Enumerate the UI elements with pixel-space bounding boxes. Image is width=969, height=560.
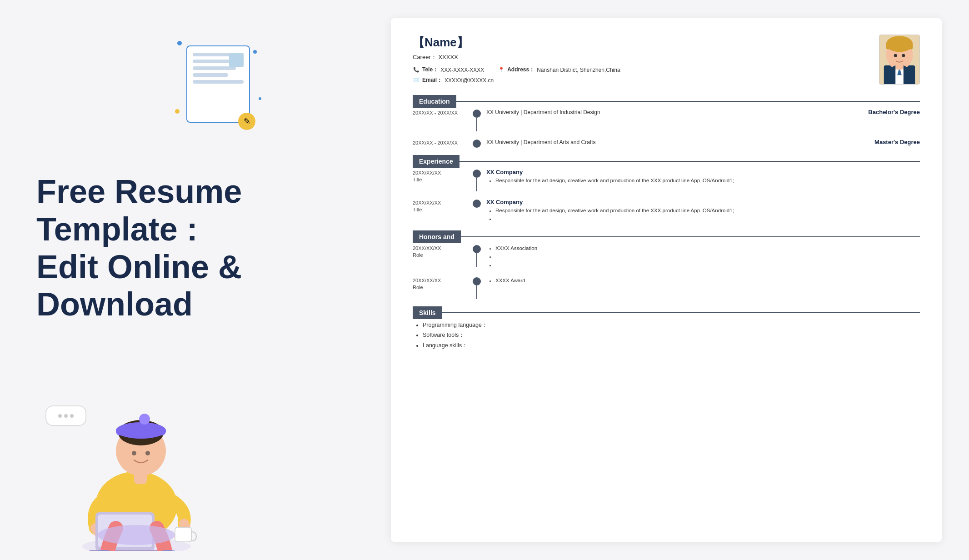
skills-divider-line	[442, 312, 920, 313]
honors-divider-line	[461, 236, 920, 237]
exp-dot-wrapper-2	[473, 199, 481, 208]
resume-contact-row1: 📞 Tele： XXX-XXXX-XXXX 📍 Address： Nanshan…	[413, 66, 620, 74]
edu-institution-1: XX University | Department of Industrial…	[486, 109, 600, 115]
svg-point-26	[894, 54, 897, 57]
deco-dot-yellow-1	[175, 109, 180, 114]
person-svg	[36, 378, 227, 551]
honors-content-2: XXXX Award	[486, 276, 920, 285]
honors-dot-wrapper-1	[473, 244, 481, 267]
main-title: Free Resume Template : Edit Online & Dow…	[36, 173, 364, 323]
svg-rect-10	[134, 473, 147, 484]
exp-bullet-2-1: Responsible for the art design, creative…	[495, 206, 920, 215]
deco-dot-blue-2	[253, 50, 257, 54]
resume-line-5	[193, 80, 244, 84]
skills-section: Skills Programming language： Software to…	[413, 306, 920, 351]
address-label: Address：	[507, 66, 534, 74]
location-icon: 📍	[498, 66, 505, 74]
exp-bullets-1: Responsible for the art design, creative…	[486, 176, 920, 185]
honors-date-2: 20XX/XX/XX Role	[413, 276, 467, 291]
deco-dot-blue-1	[177, 41, 182, 45]
resume-icon-decoration: ✎	[173, 36, 264, 127]
edu-dot-1	[473, 110, 481, 118]
edu-date-2: 20XX/XX - 20XX/XX	[413, 139, 467, 146]
honors-header-row: Honors and	[413, 230, 920, 243]
tele-label: Tele：	[422, 66, 438, 74]
exp-bullet-2-2	[495, 215, 920, 223]
career-label: Career：	[413, 54, 437, 60]
exp-dot-2	[473, 200, 481, 208]
edu-content-1: XX University | Department of Industrial…	[486, 109, 920, 115]
experience-divider-line	[460, 161, 920, 162]
edu-dot-2	[473, 140, 481, 148]
exp-date-2: 20XX/XX/XX Title	[413, 199, 467, 214]
exp-content-2: XX Company Responsible for the art desig…	[486, 199, 920, 223]
resume-contact-row2: ✉️ Email： XXXXX@XXXXX.cn	[413, 76, 620, 84]
resume-header: 【Name】 Career： XXXXX 📞 Tele： XXX-XXXX-XX…	[413, 35, 920, 87]
resume-photo	[879, 35, 920, 85]
resume-avatar-placeholder	[229, 53, 244, 67]
honors-item-1: 20XX/XX/XX Role XXXX Association	[413, 244, 920, 269]
email-label: Email：	[422, 76, 442, 84]
edu-date-1: 20XX/XX - 20XX/XX	[413, 109, 467, 116]
phone-icon: 📞	[413, 66, 420, 74]
skill-item-2: Software tools：	[423, 330, 920, 340]
tele-value: XXX-XXXX-XXXX	[440, 67, 484, 73]
pencil-icon: ✎	[238, 113, 255, 130]
skills-list: Programming language： Software tools： La…	[413, 320, 920, 351]
exp-line-1	[476, 178, 477, 191]
education-section: Education 20XX/XX - 20XX/XX XX Universit…	[413, 95, 920, 148]
resume-document-icon: ✎	[186, 45, 250, 123]
exp-bullets-2: Responsible for the art design, creative…	[486, 206, 920, 223]
avatar-svg	[879, 35, 919, 85]
address-contact: 📍 Address： Nanshan District, Shenzhen,Ch…	[498, 66, 620, 74]
exp-bullet-1-1: Responsible for the art design, creative…	[495, 176, 920, 185]
skill-item-3: Language skills：	[423, 340, 920, 351]
honors-dot-wrapper-2	[473, 276, 481, 299]
exp-company-1: XX Company	[486, 169, 920, 175]
honors-content-1: XXXX Association	[486, 244, 920, 269]
honors-bullet-2-1: XXXX Award	[495, 276, 920, 285]
email-icon: ✉️	[413, 77, 420, 84]
education-item-2: 20XX/XX - 20XX/XX XX University | Depart…	[413, 139, 920, 148]
experience-item-1: 20XX/XX/XX Title XX Company Responsible …	[413, 169, 920, 191]
svg-point-17	[98, 525, 175, 545]
resume-line-2	[193, 60, 231, 63]
exp-company-2: XX Company	[486, 199, 920, 205]
experience-header-row: Experience	[413, 155, 920, 168]
experience-section: Experience 20XX/XX/XX Title XX Company R…	[413, 155, 920, 223]
address-value: Nanshan District, Shenzhen,China	[537, 67, 620, 73]
honors-bullet-1-2	[495, 252, 920, 260]
career-value: XXXXX	[438, 54, 458, 60]
edu-line-1	[476, 118, 477, 131]
resume-name: 【Name】	[413, 35, 620, 50]
honors-line-1	[476, 253, 477, 267]
honors-dot-2	[473, 277, 481, 285]
resume-line-4	[193, 73, 228, 77]
skills-header-row: Skills	[413, 306, 920, 319]
title-line-1: Free Resume Template :	[36, 173, 364, 248]
email-value: XXXXX@XXXXX.cn	[445, 77, 494, 84]
svg-point-7	[139, 414, 150, 425]
honors-section: Honors and 20XX/XX/XX Role XXXX Associat…	[413, 230, 920, 299]
honors-item-2: 20XX/XX/XX Role XXXX Award	[413, 276, 920, 299]
experience-timeline: 20XX/XX/XX Title XX Company Responsible …	[413, 169, 920, 223]
svg-rect-25	[886, 43, 913, 50]
honors-timeline: 20XX/XX/XX Role XXXX Association	[413, 244, 920, 299]
education-divider-line	[456, 101, 920, 102]
svg-point-27	[902, 54, 905, 57]
edu-dot-wrapper-2	[473, 139, 481, 148]
honors-bullets-1: XXXX Association	[486, 244, 920, 269]
exp-dot-1	[473, 170, 481, 178]
edu-degree-2: Master's Degree	[874, 139, 920, 145]
experience-item-2: 20XX/XX/XX Title XX Company Responsible …	[413, 199, 920, 223]
exp-content-1: XX Company Responsible for the art desig…	[486, 169, 920, 185]
title-line-2: Edit Online & Download	[36, 248, 364, 324]
honors-line-2	[476, 285, 477, 299]
person-illustration	[36, 378, 227, 551]
honors-date-1: 20XX/XX/XX Role	[413, 244, 467, 259]
exp-date-1: 20XX/XX/XX Title	[413, 169, 467, 184]
edu-institution-2: XX University | Department of Arts and C…	[486, 139, 596, 145]
svg-point-8	[132, 451, 136, 455]
email-contact: ✉️ Email： XXXXX@XXXXX.cn	[413, 76, 494, 84]
experience-header: Experience	[413, 155, 460, 168]
